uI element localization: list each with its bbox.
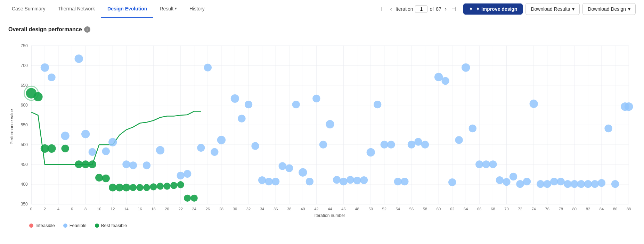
legend-best-feasible: Best feasible xyxy=(95,223,127,228)
improve-label: ✦ Improve design xyxy=(476,6,517,12)
svg-text:42: 42 xyxy=(314,207,318,211)
svg-text:6: 6 xyxy=(71,207,73,211)
svg-point-131 xyxy=(251,142,259,150)
svg-point-111 xyxy=(48,74,55,81)
svg-text:22: 22 xyxy=(178,207,182,211)
feasible-dot xyxy=(63,224,67,228)
svg-text:80: 80 xyxy=(572,207,577,211)
svg-point-148 xyxy=(367,148,375,157)
svg-text:4: 4 xyxy=(57,207,59,211)
improve-design-button[interactable]: ✦ ✦ Improve design xyxy=(463,3,523,15)
svg-point-132 xyxy=(258,176,266,184)
svg-text:28: 28 xyxy=(219,207,223,211)
chart-info-icon[interactable]: i xyxy=(84,26,90,33)
svg-point-178 xyxy=(577,180,585,188)
download-design-button[interactable]: Download Design ▾ xyxy=(582,3,636,15)
svg-point-144 xyxy=(340,178,347,185)
svg-point-173 xyxy=(544,180,551,188)
iteration-control: ⊢ ‹ Iteration of 87 › ⊣ xyxy=(379,5,458,13)
nav-result[interactable]: Result ▾ xyxy=(153,0,183,18)
nav-thermal-network[interactable]: Thermal Network xyxy=(51,0,101,18)
download-design-label: Download Design xyxy=(588,6,626,12)
svg-point-140 xyxy=(312,95,320,102)
svg-text:54: 54 xyxy=(396,207,400,211)
feasible-label: Feasible xyxy=(70,223,87,228)
svg-point-153 xyxy=(401,178,408,185)
nav-design-evolution[interactable]: Design Evolution xyxy=(101,0,153,18)
iteration-input[interactable] xyxy=(415,5,427,13)
iter-next-button[interactable]: › xyxy=(443,5,448,13)
svg-point-205 xyxy=(170,182,177,189)
svg-text:0: 0 xyxy=(30,207,32,211)
svg-point-197 xyxy=(116,184,123,191)
svg-point-155 xyxy=(414,138,422,145)
svg-text:62: 62 xyxy=(450,207,454,211)
svg-point-204 xyxy=(163,183,170,190)
svg-point-138 xyxy=(299,168,307,177)
svg-point-121 xyxy=(156,146,164,154)
legend-feasible: Feasible xyxy=(63,223,87,228)
svg-point-129 xyxy=(238,115,245,122)
svg-point-166 xyxy=(496,176,504,184)
svg-point-192 xyxy=(82,160,89,168)
svg-point-142 xyxy=(326,120,334,128)
svg-point-115 xyxy=(89,148,96,156)
svg-point-198 xyxy=(122,184,130,191)
svg-text:84: 84 xyxy=(600,207,604,211)
svg-text:70: 70 xyxy=(504,207,508,211)
svg-text:30: 30 xyxy=(233,207,237,211)
svg-text:46: 46 xyxy=(341,207,345,211)
iter-last-button[interactable]: ⊣ xyxy=(450,5,458,13)
iter-prev-button[interactable]: ‹ xyxy=(389,5,393,13)
svg-text:750: 750 xyxy=(21,43,28,48)
svg-text:36: 36 xyxy=(274,207,278,211)
infeasible-dot xyxy=(29,224,33,228)
svg-point-177 xyxy=(571,180,578,188)
svg-point-182 xyxy=(604,125,612,132)
svg-point-114 xyxy=(81,130,90,138)
svg-point-149 xyxy=(374,101,381,108)
header: Case Summary Thermal Network Design Evol… xyxy=(0,0,644,18)
svg-point-156 xyxy=(421,141,429,148)
svg-text:64: 64 xyxy=(464,207,468,211)
svg-text:350: 350 xyxy=(21,202,28,207)
svg-point-116 xyxy=(102,148,110,155)
svg-text:2: 2 xyxy=(44,207,46,211)
svg-text:600: 600 xyxy=(21,103,28,108)
svg-point-208 xyxy=(191,195,198,202)
svg-text:34: 34 xyxy=(260,207,264,211)
svg-point-117 xyxy=(108,138,117,146)
iteration-total: 87 xyxy=(436,6,441,12)
svg-text:16: 16 xyxy=(138,207,142,211)
nav-case-summary[interactable]: Case Summary xyxy=(6,0,51,18)
svg-point-150 xyxy=(381,141,388,148)
svg-point-154 xyxy=(408,141,415,148)
svg-point-119 xyxy=(129,161,137,169)
svg-point-157 xyxy=(434,73,443,81)
svg-point-146 xyxy=(353,177,361,184)
svg-point-167 xyxy=(503,178,510,186)
download-results-button[interactable]: Download Results ▾ xyxy=(525,3,580,15)
svg-text:82: 82 xyxy=(586,207,590,211)
svg-point-136 xyxy=(285,164,293,172)
svg-text:500: 500 xyxy=(21,142,28,147)
svg-point-120 xyxy=(143,161,150,169)
svg-text:48: 48 xyxy=(355,207,359,211)
svg-point-135 xyxy=(279,162,286,170)
infeasible-label: Infeasible xyxy=(35,223,55,228)
iter-first-button[interactable]: ⊢ xyxy=(379,5,387,13)
nav-history[interactable]: History xyxy=(183,0,211,18)
svg-point-123 xyxy=(184,170,191,178)
best-feasible-label: Best feasible xyxy=(101,223,127,228)
svg-text:50: 50 xyxy=(369,207,373,211)
svg-point-151 xyxy=(387,141,395,148)
svg-point-175 xyxy=(557,178,565,185)
result-dropdown-icon: ▾ xyxy=(175,6,177,11)
svg-text:52: 52 xyxy=(382,207,386,211)
svg-text:66: 66 xyxy=(477,207,481,211)
svg-point-110 xyxy=(41,63,49,71)
svg-text:650: 650 xyxy=(21,83,28,88)
legend-infeasible: Infeasible xyxy=(29,223,55,228)
svg-point-143 xyxy=(333,176,341,184)
svg-text:60: 60 xyxy=(437,207,441,211)
